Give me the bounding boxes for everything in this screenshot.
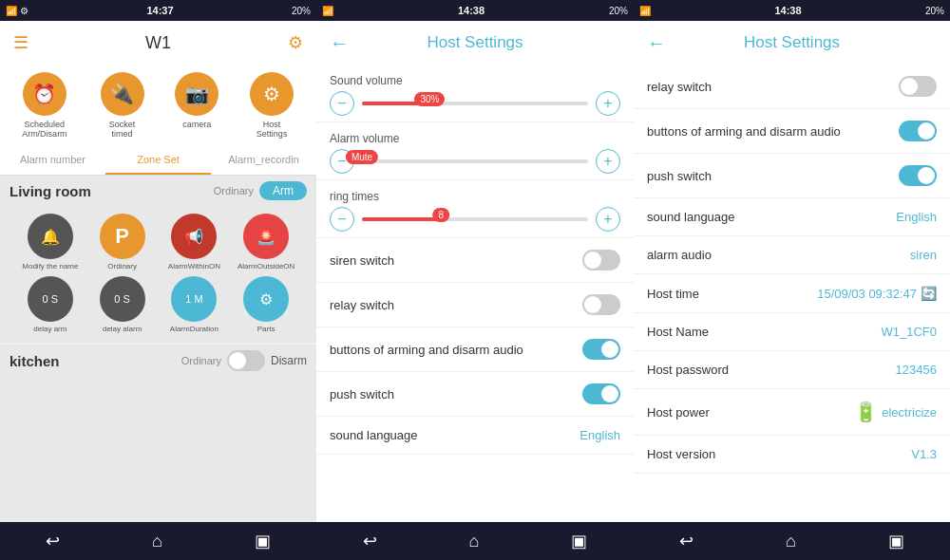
kitchen-name: kitchen — [10, 353, 60, 369]
settings-icon-1[interactable]: ⚙ — [288, 32, 303, 53]
p3-relay-switch-toggle[interactable] — [899, 76, 937, 97]
sound-language-item[interactable]: sound language English — [316, 417, 634, 455]
device-delay-arm[interactable]: 0 S delay arm — [17, 276, 84, 333]
kitchen-disarm-toggle[interactable] — [227, 350, 265, 371]
tab-alarm-number[interactable]: Alarm number — [0, 146, 105, 175]
p3-host-version-label: Host version — [647, 447, 715, 461]
relay-switch-item[interactable]: relay switch — [316, 283, 634, 327]
home-nav-3[interactable]: ⌂ — [786, 532, 796, 551]
back-nav-2[interactable]: ↩ — [363, 531, 377, 551]
p3-host-power-item[interactable]: Host power 🔋 electricize — [634, 389, 950, 436]
panel-1: 📶 ⚙ 14:37 20% ☰ W1 ⚙ ⏰ Scheduled Arm/Dis… — [0, 0, 316, 560]
tab-zone-set[interactable]: Zone Set — [105, 146, 211, 175]
arm-disarm-audio-item[interactable]: buttons of arming and disarm audio — [316, 327, 634, 372]
zone-tabs: Alarm number Zone Set Alarm_recordin — [0, 146, 316, 176]
status-right-1: 20% — [292, 6, 311, 16]
p3-host-name-item[interactable]: Host Name W1_1CF0 — [634, 313, 950, 351]
recent-nav-2[interactable]: ▣ — [571, 531, 587, 551]
device-modify-name[interactable]: 🔔 Modify the name — [17, 214, 84, 271]
home-nav-1[interactable]: ⌂ — [152, 532, 162, 551]
ring-times-fill — [362, 217, 441, 221]
kitchen-section: kitchen Ordinary Disarm — [0, 345, 316, 377]
device-grid: 🔔 Modify the name P Ordinary 📢 AlarmWith… — [10, 208, 307, 339]
ring-times-increase[interactable]: + — [596, 207, 620, 232]
living-room-arm-btn[interactable]: Arm — [259, 181, 307, 200]
host-settings-item[interactable]: ⚙ Host Settings — [247, 72, 296, 139]
panel2-content: Sound volume − 30% + Alarm volume − Mute… — [316, 65, 634, 522]
host-settings-label: Host Settings — [247, 120, 296, 139]
device-delay-alarm[interactable]: 0 S delay alarm — [89, 276, 156, 333]
p3-host-name-label: Host Name — [647, 325, 709, 339]
p3-host-version-item[interactable]: Host version V1.3 — [634, 436, 950, 474]
alarm-outside-icon: 🚨 — [243, 214, 289, 259]
host-app-bar-2: ← Host Settings — [316, 21, 634, 65]
p3-host-time-group: 15/09/03 09:32:47 🔄 — [817, 286, 937, 301]
kitchen-mode: Ordinary — [181, 355, 221, 366]
sound-volume-row: − 30% + — [330, 91, 620, 116]
siren-switch-label: siren switch — [330, 253, 394, 268]
p3-host-time-item[interactable]: Host time 15/09/03 09:32:47 🔄 — [634, 274, 950, 313]
p3-alarm-audio-item[interactable]: alarm audio siren — [634, 236, 950, 274]
camera-icon: 📷 — [175, 72, 218, 116]
p3-arm-disarm-audio-toggle[interactable] — [899, 121, 937, 141]
sound-volume-decrease[interactable]: − — [330, 91, 354, 116]
tab-alarm-record[interactable]: Alarm_recordin — [211, 146, 316, 175]
ordinary-icon: P — [100, 214, 145, 259]
socket-timed-item[interactable]: 🔌 Socket timed — [98, 72, 147, 139]
push-switch-toggle[interactable] — [582, 383, 620, 404]
p3-arm-disarm-audio-item[interactable]: buttons of arming and disarm audio — [634, 109, 950, 154]
alarm-volume-increase[interactable]: + — [596, 149, 620, 174]
device-ordinary[interactable]: P Ordinary — [89, 214, 156, 271]
refresh-icon[interactable]: 🔄 — [921, 286, 937, 301]
alarm-volume-track[interactable]: Mute — [362, 159, 588, 163]
device-alarm-duration[interactable]: 1 M AlarmDuration — [162, 276, 228, 333]
status-time-3: 14:38 — [774, 5, 801, 16]
push-switch-item[interactable]: push switch — [316, 372, 634, 417]
living-room-mode: Ordinary — [214, 185, 254, 196]
siren-switch-item[interactable]: siren switch — [316, 238, 634, 283]
delay-arm-label: delay arm — [33, 325, 66, 333]
camera-label: camera — [182, 120, 211, 129]
device-parts[interactable]: ⚙ Parts — [233, 276, 299, 333]
p3-host-power-value: electricize — [882, 405, 937, 420]
sound-volume-track[interactable]: 30% — [362, 102, 588, 105]
p3-host-name-value: W1_1CF0 — [881, 325, 937, 339]
p3-relay-switch-item[interactable]: relay switch — [634, 65, 950, 109]
delay-alarm-icon: 0 S — [100, 276, 145, 322]
p3-sound-language-item[interactable]: sound language English — [634, 198, 950, 236]
scheduled-arm-item[interactable]: ⏰ Scheduled Arm/Disarm — [20, 72, 69, 139]
delay-alarm-label: delay alarm — [103, 325, 142, 333]
ring-times-row: − 8 + — [330, 207, 620, 232]
ring-times-decrease[interactable]: − — [330, 207, 354, 232]
status-bar-1: 📶 ⚙ 14:37 20% — [0, 0, 316, 21]
back-icon-2[interactable]: ← — [330, 32, 349, 54]
relay-switch-label: relay switch — [330, 298, 394, 312]
back-icon-3[interactable]: ← — [647, 32, 666, 54]
ring-times-track[interactable]: 8 — [362, 217, 588, 221]
relay-switch-toggle[interactable] — [582, 294, 620, 315]
p3-host-password-item[interactable]: Host password 123456 — [634, 351, 950, 389]
scheduled-arm-icon: ⏰ — [23, 72, 66, 116]
recent-nav-1[interactable]: ▣ — [255, 531, 271, 551]
home-nav-2[interactable]: ⌂ — [469, 532, 480, 551]
battery-label-3: 20% — [925, 6, 944, 16]
status-left-icons-3: 📶 — [639, 6, 651, 16]
p3-push-switch-item[interactable]: push switch — [634, 154, 950, 198]
hamburger-icon[interactable]: ☰ — [13, 32, 28, 53]
device-alarm-outside[interactable]: 🚨 AlarmOutsideON — [233, 214, 299, 271]
back-nav-1[interactable]: ↩ — [46, 531, 60, 551]
p3-push-switch-toggle[interactable] — [899, 165, 937, 186]
sound-volume-increase[interactable]: + — [596, 91, 620, 116]
sound-language-label: sound language — [330, 428, 418, 442]
device-alarm-within[interactable]: 📢 AlarmWithinON — [162, 214, 228, 271]
p3-relay-switch-label: relay switch — [647, 80, 712, 94]
panel-2: 📶 14:38 20% ← Host Settings Sound volume… — [316, 0, 634, 560]
back-nav-3[interactable]: ↩ — [679, 531, 694, 551]
recent-nav-3[interactable]: ▣ — [888, 531, 904, 551]
siren-switch-toggle[interactable] — [582, 250, 620, 271]
alarm-outside-label: AlarmOutsideON — [238, 262, 294, 271]
alarm-duration-icon: 1 M — [171, 276, 217, 322]
camera-item[interactable]: 📷 camera — [175, 72, 218, 139]
app-bar-1: ☰ W1 ⚙ — [0, 21, 316, 65]
arm-disarm-audio-toggle[interactable] — [582, 339, 620, 360]
